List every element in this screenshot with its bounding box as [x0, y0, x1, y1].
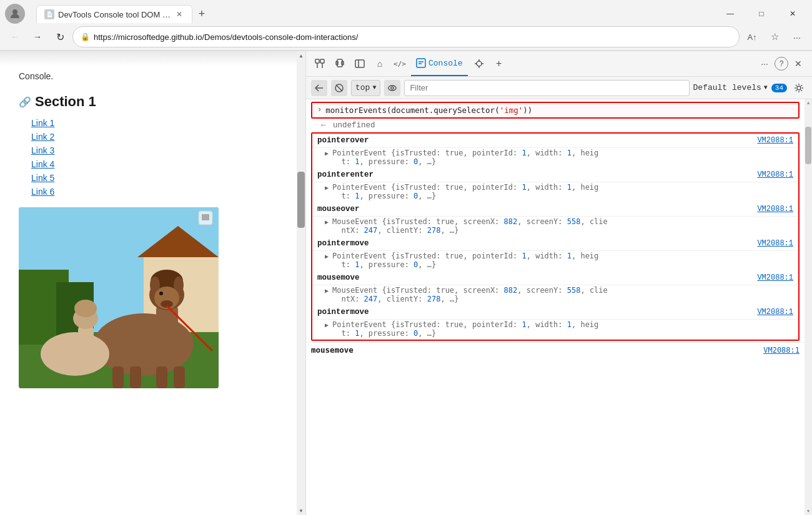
link-4[interactable]: Link 4	[31, 159, 54, 169]
console-scroll-container[interactable]: › monitorEvents(document.querySelector('…	[306, 99, 805, 515]
event-source-vm-pointerover[interactable]: VM2088:1	[757, 136, 793, 145]
expand-arrow-pointermove-1[interactable]: ▶	[325, 253, 329, 260]
link-6[interactable]: Link 6	[31, 187, 54, 197]
event-row-pointermove-1: pointermove VM2088:1	[312, 237, 798, 251]
console-clear-button[interactable]	[331, 80, 347, 96]
svg-rect-36	[417, 59, 425, 67]
message-count-badge: 34	[771, 84, 787, 92]
page-scroll-thumb[interactable]	[297, 172, 305, 228]
link-2[interactable]: Link 2	[31, 132, 54, 142]
devtools-scrollbar[interactable]: ▲ ▼	[805, 99, 812, 515]
default-levels-selector[interactable]: Default levels ▼ 34	[693, 83, 787, 92]
page-scroll-track[interactable]	[297, 60, 305, 506]
devtools-scroll-down[interactable]: ▼	[807, 508, 810, 515]
event-name-mousemove-2: mousemove	[311, 345, 763, 355]
event-detail-pointerover: ▶ PointerEvent {isTrusted: true, pointer…	[312, 148, 798, 168]
console-tab[interactable]: Console	[411, 51, 468, 76]
maximize-button[interactable]: □	[747, 5, 776, 22]
console-settings-button[interactable]	[791, 80, 807, 96]
favorites-button[interactable]: ☆	[765, 27, 785, 47]
more-tools-button[interactable]: ···	[756, 55, 773, 72]
home-button[interactable]: ⌂	[371, 55, 389, 72]
tab-close-button[interactable]: ✕	[174, 9, 184, 19]
new-tab-button[interactable]: +	[192, 4, 211, 23]
link-list: Link 1 Link 2 Link 3 Link 4 Link 5 Link …	[19, 117, 278, 197]
link-5[interactable]: Link 5	[31, 173, 54, 183]
url-bar[interactable]: 🔒 https://microsoftedge.github.io/Demos/…	[72, 26, 740, 47]
page-scroll-up[interactable]: ▲	[299, 51, 304, 60]
title-bar: 📄 DevTools Console tool DOM inte ✕ + — □…	[0, 0, 812, 24]
browser-tab[interactable]: 📄 DevTools Console tool DOM inte ✕	[36, 5, 192, 23]
tab-title: DevTools Console tool DOM inte	[58, 10, 171, 19]
bug-button[interactable]	[470, 55, 488, 72]
help-button[interactable]: ?	[775, 57, 788, 71]
read-aloud-button[interactable]: A↑	[742, 27, 762, 47]
event-detail-pointerenter: ▶ PointerEvent {isTrusted: true, pointer…	[312, 182, 798, 202]
top-selector[interactable]: top ▼	[351, 80, 380, 96]
event-row-mouseover: mouseover VM2088:1	[312, 202, 798, 217]
svg-rect-26	[202, 214, 209, 220]
console-filter-bar: top ▼ Default levels ▼ 34	[306, 77, 812, 99]
forward-button[interactable]: →	[27, 27, 47, 47]
event-row-mousemove-2: mousemove VM2088:1	[306, 342, 805, 357]
devtools-scroll-up[interactable]: ▲	[807, 99, 810, 107]
refresh-button[interactable]: ↻	[50, 27, 70, 47]
devtools-panel: ⌂ </> Console + ··· ? ✕	[306, 51, 812, 515]
event-detail-mousemove-1: ▶ MouseEvent {isTrusted: true, screenX: …	[312, 285, 798, 305]
levels-dropdown-arrow: ▼	[764, 84, 768, 91]
event-source-vm-mouseover[interactable]: VM2088:1	[757, 205, 793, 213]
add-tool-button[interactable]: +	[490, 55, 508, 72]
sidebar-button[interactable]	[351, 55, 369, 72]
svg-rect-19	[174, 366, 185, 388]
page-scroll-down[interactable]: ▼	[299, 506, 304, 515]
event-name-pointermove-2: pointermove	[317, 308, 757, 316]
expand-arrow-pointermove-2[interactable]: ▶	[325, 321, 329, 329]
event-detail-pointermove-2: ▶ PointerEvent {isTrusted: true, pointer…	[312, 320, 798, 340]
event-name-pointermove-1: pointermove	[317, 239, 757, 248]
svg-point-47	[391, 87, 394, 89]
event-obj-pointerenter: PointerEvent {isTrusted: true, pointerId…	[332, 183, 598, 200]
tab-favicon: 📄	[44, 9, 54, 19]
more-options-button[interactable]: ···	[787, 27, 807, 47]
event-row-pointerenter: pointerenter VM2088:1	[312, 168, 798, 182]
svg-rect-28	[320, 59, 324, 63]
expand-arrow-pointerenter[interactable]: ▶	[325, 184, 329, 192]
event-obj-pointermove-2: PointerEvent {isTrusted: true, pointerId…	[332, 320, 598, 338]
page-text-snippet: Console.	[19, 71, 278, 81]
svg-point-21	[41, 332, 109, 376]
expand-arrow-mousemove-1[interactable]: ▶	[325, 287, 329, 295]
event-source-vm-pointermove-1[interactable]: VM2088:1	[757, 239, 793, 248]
event-row-mousemove-1: mousemove VM2088:1	[312, 271, 798, 285]
devtools-close-button[interactable]: ✕	[790, 55, 807, 72]
console-events-group: pointerover VM2088:1 ▶ PointerEvent {isT…	[311, 132, 800, 341]
minimize-button[interactable]: —	[716, 5, 745, 22]
expand-arrow-mouseover[interactable]: ▶	[325, 218, 329, 226]
event-source-vm-mousemove-1[interactable]: VM2088:1	[757, 273, 793, 282]
eye-filter-button[interactable]	[384, 80, 400, 96]
back-button[interactable]: ←	[5, 27, 25, 47]
devtools-scroll-thumb[interactable]	[805, 127, 811, 164]
inspect-element-button[interactable]	[311, 55, 329, 72]
link-1[interactable]: Link 1	[31, 118, 54, 128]
devtools-toolbar: ⌂ </> Console + ··· ? ✕	[306, 51, 812, 77]
event-detail-mouseover: ▶ MouseEvent {isTrusted: true, screenX: …	[312, 217, 798, 237]
device-toolbar-button[interactable]	[331, 55, 349, 72]
console-back-button[interactable]	[311, 80, 327, 96]
event-detail-pointermove-1: ▶ PointerEvent {isTrusted: true, pointer…	[312, 251, 798, 271]
devtools-scroll-track[interactable]	[805, 107, 812, 508]
svg-point-15	[159, 292, 163, 295]
profile-icon[interactable]	[5, 4, 25, 24]
expand-arrow-pointerover[interactable]: ▶	[325, 150, 329, 157]
page-scrollbar[interactable]: ▲ ▼	[297, 51, 305, 515]
filter-input[interactable]	[404, 80, 689, 96]
link-3[interactable]: Link 3	[31, 145, 54, 155]
result-text: undefined	[333, 121, 375, 130]
event-source-vm-pointerenter[interactable]: VM2088:1	[757, 170, 793, 179]
console-result-undefined: ← undefined	[306, 120, 805, 131]
close-button[interactable]: ✕	[778, 5, 807, 22]
url-text: https://microsoftedge.github.io/Demos/de…	[94, 32, 731, 42]
source-button[interactable]: </>	[391, 55, 408, 72]
event-source-vm-mousemove-2[interactable]: VM2088:1	[763, 346, 800, 355]
event-source-vm-pointermove-2[interactable]: VM2088:1	[757, 308, 793, 316]
event-obj-mouseover: MouseEvent {isTrusted: true, screenX: 88…	[332, 217, 608, 235]
